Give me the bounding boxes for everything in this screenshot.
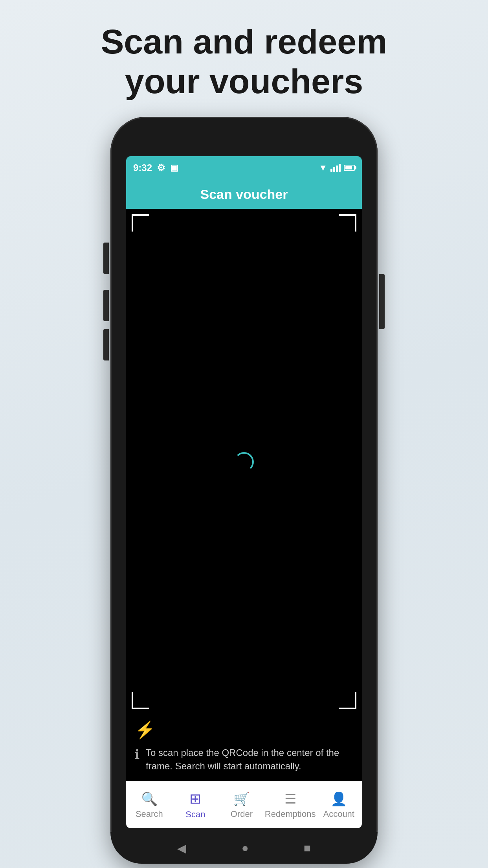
status-left: 9:32 ⚙ ▣ [133,162,178,173]
phone-screen: 9:32 ⚙ ▣ ▼ Scan voucher [126,156,362,828]
list-icon: ☰ [284,791,296,807]
toolbar-title: Scan voucher [200,187,288,202]
nav-label-search: Search [136,809,163,819]
gear-icon: ⚙ [157,162,165,173]
sim-icon: ▣ [170,163,178,173]
nav-item-search[interactable]: 🔍 Search [126,787,172,823]
nav-item-redemptions[interactable]: ☰ Redemptions [265,787,316,823]
corner-br [339,692,356,709]
nav-item-account[interactable]: 👤 Account [316,787,362,823]
back-button[interactable]: ◀ [177,841,186,855]
nav-item-scan[interactable]: ⊞ Scan [172,787,219,824]
corner-tr [339,214,356,232]
battery-icon [344,165,355,171]
flash-icon: ⚡ [135,722,155,738]
time-display: 9:32 [133,162,152,173]
status-bar: 9:32 ⚙ ▣ ▼ [126,156,362,180]
info-row: ℹ To scan place the QRCode in the center… [135,743,353,776]
qr-scan-icon: ⊞ [189,791,201,807]
battery-fill [345,166,352,169]
flash-button[interactable]: ⚡ [135,722,353,738]
nav-item-order[interactable]: 🛒 Order [218,787,265,823]
nav-label-order: Order [231,809,253,819]
home-button[interactable]: ● [241,841,248,855]
corner-tl [132,214,149,232]
corner-bl [132,692,149,709]
phone-shell: 9:32 ⚙ ▣ ▼ Scan voucher [110,117,378,864]
nav-label-account: Account [323,809,354,819]
page-title: Scan and redeem your vouchers [101,22,387,101]
app-toolbar: Scan voucher [126,180,362,209]
cart-icon: 🛒 [233,791,250,807]
wifi-icon: ▼ [319,163,327,173]
info-text: To scan place the QRCode in the center o… [146,746,353,772]
bottom-controls: ⚡ ℹ To scan place the QRCode in the cent… [126,715,362,781]
nav-label-redemptions: Redemptions [265,809,316,819]
person-icon: 👤 [330,791,347,807]
nav-label-scan: Scan [185,809,205,820]
home-indicator-area: ◀ ● ■ [110,832,378,864]
bottom-nav: 🔍 Search ⊞ Scan 🛒 Order ☰ Redemptions 👤 … [126,781,362,828]
search-icon: 🔍 [141,791,158,807]
recent-button[interactable]: ■ [304,841,311,855]
signal-icon [330,164,341,172]
camera-viewfinder [126,209,362,715]
info-icon: ℹ [135,747,139,762]
loading-spinner [234,452,254,472]
status-icons: ▼ [319,163,355,173]
